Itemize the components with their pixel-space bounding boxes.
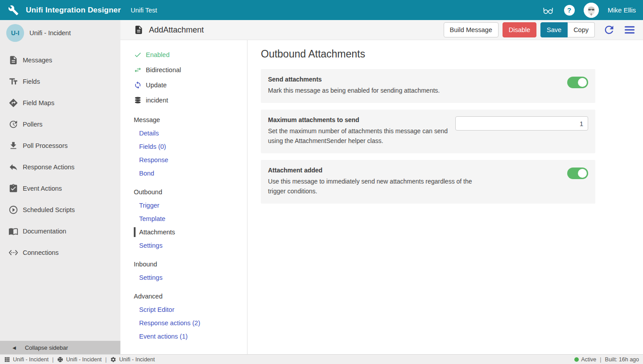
nav-status-label: Bidirectional [146, 66, 181, 74]
statusbar-item-settings[interactable]: Unifi - Incident [110, 356, 155, 363]
statusbar-item-integration[interactable]: Unifi - Incident [57, 356, 102, 363]
check-icon [134, 51, 142, 59]
nav-link-bond[interactable]: Bond [120, 167, 247, 180]
nav-section-inbound: Inbound [120, 258, 247, 271]
nav-link-template[interactable]: Template [120, 212, 247, 225]
workspace-name: Unifi - Incident [29, 29, 71, 37]
workspace-header[interactable]: U-I Unifi - Incident [0, 20, 120, 46]
sidebar-item-connections[interactable]: Connections [0, 242, 120, 263]
sidebar-item-label: Response Actions [23, 164, 74, 171]
nav-status-table[interactable]: incident [120, 93, 247, 108]
setting-card-attachment-added: Attachment added Use this message to imm… [261, 160, 595, 204]
nav-status-enabled[interactable]: Enabled [120, 47, 247, 62]
poll-processors-icon [8, 141, 18, 151]
message-title: AddAttachment [149, 25, 204, 35]
nav-section-outbound: Outbound [120, 185, 247, 199]
help-icon[interactable]: ? [564, 5, 575, 16]
collapse-arrow-icon: ◀ [12, 345, 16, 350]
disable-button[interactable]: Disable [503, 22, 536, 37]
nav-link-outbound-settings[interactable]: Settings [120, 239, 247, 252]
workspace-avatar: U-I [6, 24, 24, 42]
message-header: AddAttachment Build Message Disable Save… [120, 20, 643, 40]
nav-link-response-actions[interactable]: Response actions (2) [120, 316, 247, 330]
setting-card-max-attachments: Maximum attachments to send Set the maxi… [261, 110, 595, 153]
nav-link-details[interactable]: Details [120, 127, 247, 140]
connections-icon [8, 248, 18, 258]
nav-link-attachments[interactable]: Attachments [120, 225, 247, 239]
database-icon [134, 96, 142, 104]
statusbar-item-label: Unifi - Incident [13, 356, 49, 363]
scheduled-scripts-icon [8, 205, 18, 215]
status-bar: Unifi - Incident | Unifi - Incident | Un… [0, 354, 643, 364]
setting-label: Send attachments [268, 76, 440, 83]
sidebar-item-label: Poll Processors [23, 142, 68, 149]
hamburger-menu-icon[interactable] [623, 24, 636, 36]
sidebar-item-messages[interactable]: Messages [0, 49, 120, 71]
page-title: Outbound Attachments [261, 48, 643, 60]
toggle-knob [578, 78, 587, 87]
attachment-added-toggle[interactable] [567, 168, 588, 179]
main-content: Outbound Attachments Send attachments Ma… [247, 40, 643, 354]
sidebar-item-response-actions[interactable]: Response Actions [0, 156, 120, 178]
nav-section-message: Message [120, 113, 247, 127]
active-status-dot [574, 357, 579, 362]
save-copy-button-group: Save Copy [540, 22, 595, 37]
nav-status-label: Update [146, 82, 167, 89]
nav-link-inbound-settings[interactable]: Settings [120, 271, 247, 284]
nav-link-fields[interactable]: Fields (0) [120, 140, 247, 153]
pollers-icon [8, 119, 18, 129]
sidebar-item-fields[interactable]: Fields [0, 71, 120, 92]
nav-status-update[interactable]: Update [120, 78, 247, 93]
nav-status-label: incident [146, 97, 168, 104]
collapse-sidebar-label: Collapse sidebar [25, 344, 68, 351]
bidirectional-arrows-icon [134, 66, 142, 74]
copy-button[interactable]: Copy [568, 22, 595, 37]
max-attachments-input[interactable] [455, 116, 588, 131]
fields-icon [8, 77, 18, 86]
sync-icon [134, 81, 142, 89]
top-bar: Unifi Integration Designer Unifi Test ? [0, 0, 643, 20]
sidebar-item-pollers[interactable]: Pollers [0, 114, 120, 135]
send-attachments-toggle[interactable] [567, 77, 588, 88]
setting-card-send-attachments: Send attachments Mark this message as be… [261, 69, 595, 103]
event-actions-icon [8, 184, 18, 193]
collapse-sidebar-button[interactable]: ◀ Collapse sidebar [0, 341, 120, 354]
help-glyph: ? [567, 6, 571, 14]
user-avatar[interactable] [584, 3, 599, 18]
sidebar-item-scheduled-scripts[interactable]: Scheduled Scripts [0, 199, 120, 221]
nav-status-label: Enabled [146, 51, 169, 58]
response-actions-icon [8, 162, 18, 172]
environment-name: Unifi Test [131, 7, 157, 14]
nav-link-event-actions[interactable]: Event actions (1) [120, 330, 247, 343]
sidebar-item-label: Connections [23, 249, 59, 256]
toggle-knob [578, 169, 587, 178]
nav-link-script-editor[interactable]: Script Editor [120, 303, 247, 316]
save-button[interactable]: Save [540, 22, 568, 37]
app-title: Unifi Integration Designer [26, 6, 121, 15]
wrench-icon [8, 5, 19, 16]
statusbar-item-label: Unifi - Incident [119, 356, 155, 363]
statusbar-separator: | [52, 356, 54, 363]
nav-link-response[interactable]: Response [120, 153, 247, 167]
sidebar-item-field-maps[interactable]: Field Maps [0, 92, 120, 114]
app-window: Unifi Integration Designer Unifi Test ? [0, 0, 643, 364]
sidebar-item-label: Pollers [23, 121, 42, 128]
user-name: Mike Ellis [608, 6, 636, 14]
sidebar-item-poll-processors[interactable]: Poll Processors [0, 135, 120, 156]
sidebar-item-event-actions[interactable]: Event Actions [0, 178, 120, 199]
sidebar-item-label: Documentation [23, 228, 66, 235]
sidebar-item-label: Field Maps [23, 99, 54, 106]
glasses-icon[interactable] [541, 4, 555, 16]
sidebar-item-documentation[interactable]: Documentation [0, 221, 120, 242]
build-message-button[interactable]: Build Message [444, 22, 499, 37]
setting-label: Attachment added [268, 167, 478, 174]
nav-link-trigger[interactable]: Trigger [120, 199, 247, 212]
statusbar-item-apps[interactable]: Unifi - Incident [4, 356, 49, 363]
refresh-icon[interactable] [603, 24, 615, 36]
sidebar-item-label: Scheduled Scripts [23, 206, 75, 213]
sidebar-item-label: Messages [23, 57, 52, 64]
nav-status-bidirectional[interactable]: Bidirectional [120, 62, 247, 78]
documentation-icon [8, 226, 18, 236]
setting-description: Use this message to immediately send new… [268, 176, 478, 196]
sidebar-item-label: Event Actions [23, 185, 62, 192]
